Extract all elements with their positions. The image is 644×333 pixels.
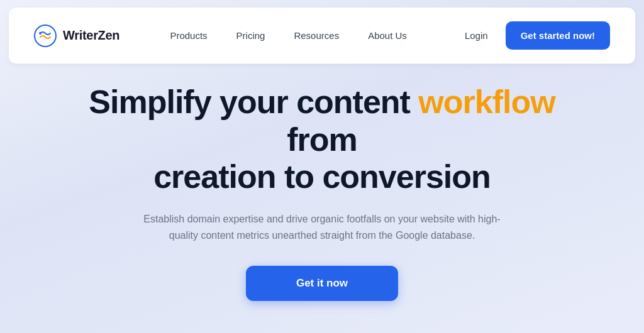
- nav-item-products[interactable]: Products: [158, 25, 218, 46]
- svg-point-1: [39, 32, 42, 35]
- login-button[interactable]: Login: [457, 25, 496, 46]
- get-started-button[interactable]: Get started now!: [506, 21, 610, 50]
- logo-icon: [34, 25, 57, 47]
- hero-section: Simplify your content workflow from crea…: [0, 64, 644, 333]
- hero-subtitle: Establish domain expertise and drive org…: [133, 211, 511, 243]
- nav-right: Login Get started now!: [457, 21, 610, 50]
- hero-title-part1: Simplify your content: [89, 84, 418, 120]
- logo[interactable]: WriterZen: [34, 25, 119, 47]
- svg-point-0: [35, 25, 56, 46]
- page-wrapper: WriterZen Products Pricing Resources Abo…: [0, 0, 644, 333]
- brand-name: WriterZen: [63, 28, 119, 43]
- nav-item-about[interactable]: About Us: [357, 25, 418, 46]
- hero-title: Simplify your content workflow from crea…: [64, 84, 580, 196]
- hero-title-line2: creation to conversion: [153, 158, 491, 195]
- nav-links: Products Pricing Resources About Us: [119, 25, 457, 46]
- nav-item-resources[interactable]: Resources: [282, 25, 350, 46]
- nav-item-pricing[interactable]: Pricing: [225, 25, 277, 46]
- hero-title-part2: from: [287, 121, 357, 158]
- get-it-now-button[interactable]: Get it now: [246, 266, 398, 301]
- hero-title-highlight: workflow: [418, 84, 555, 120]
- navbar: WriterZen Products Pricing Resources Abo…: [9, 8, 635, 64]
